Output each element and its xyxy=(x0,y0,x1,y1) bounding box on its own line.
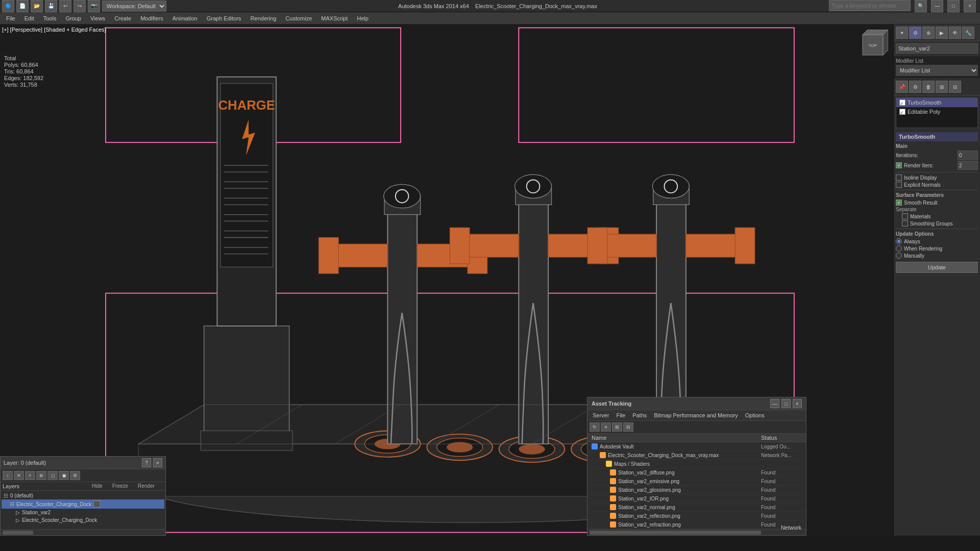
new-btn[interactable]: 📄 xyxy=(16,0,29,12)
asset-status-glossines: Found xyxy=(761,487,802,493)
asset-row-refraction[interactable]: Station_var2_refraction.png Found xyxy=(587,520,806,529)
asset-row-emissive[interactable]: Station_var2_emissive.png Found xyxy=(587,477,806,486)
search-input[interactable] xyxy=(829,0,911,11)
smooth-result-checkbox[interactable]: ✓ xyxy=(896,199,902,206)
materials-checkbox[interactable] xyxy=(902,213,908,219)
layers-close-btn[interactable]: × xyxy=(153,458,162,467)
asset-restore-btn[interactable]: □ xyxy=(781,399,791,408)
layer-move-btn[interactable]: ↕ xyxy=(3,471,13,480)
smoothing-groups-checkbox[interactable] xyxy=(902,220,908,227)
iterations-input[interactable] xyxy=(958,151,978,160)
asset-menu-paths[interactable]: Paths xyxy=(629,411,650,419)
asset-list: Autodesk Vault Logged Ou... Electric_Sco… xyxy=(587,442,806,529)
asset-minimize-btn[interactable]: — xyxy=(770,399,779,408)
turbosmooth-enable-checkbox[interactable] xyxy=(899,99,905,106)
asset-refresh-btn[interactable]: ↻ xyxy=(590,422,600,432)
explicit-normals-label: Explicit Normals xyxy=(904,182,978,188)
asset-close-btn[interactable]: × xyxy=(793,399,802,408)
layer-select-btn[interactable]: ◻ xyxy=(47,471,58,480)
layer-item-default[interactable]: ☷ 0 (default) xyxy=(2,492,164,499)
asset-row-vault[interactable]: Autodesk Vault Logged Ou... xyxy=(587,442,806,451)
snapshot-btn[interactable]: 📷 xyxy=(88,0,100,12)
render-iters-checkbox[interactable]: ✓ xyxy=(896,162,902,168)
redo-btn[interactable]: ↪ xyxy=(74,0,86,12)
open-btn[interactable]: 📂 xyxy=(31,0,43,12)
search-btn[interactable]: 🔍 xyxy=(915,0,927,12)
menu-graph-editors[interactable]: Graph Editors xyxy=(203,14,246,22)
asset-menu-options[interactable]: Options xyxy=(742,411,768,419)
asset-row-reflection[interactable]: Station_var2_reflection.png Found xyxy=(587,512,806,520)
layers-help-btn[interactable]: ? xyxy=(142,458,151,467)
modifier-turbosmooth[interactable]: TurboSmooth xyxy=(896,98,977,107)
paste-icon[interactable]: ⊟ xyxy=(949,81,961,93)
update-button[interactable]: Update xyxy=(896,262,978,273)
asset-row-maps[interactable]: Maps / Shaders xyxy=(587,460,806,468)
asset-row-diffuse[interactable]: Station_var2_diffuse.png Found xyxy=(587,468,806,477)
asset-grid-btn[interactable]: ⊞ xyxy=(612,422,622,432)
workspace-select[interactable]: Workspace: Default xyxy=(102,1,166,12)
close-btn[interactable]: × xyxy=(964,0,976,12)
save-btn[interactable]: 💾 xyxy=(45,0,57,12)
asset-row-ior[interactable]: Station_var2_IOR.png Found xyxy=(587,494,806,503)
editablepoly-enable-checkbox[interactable] xyxy=(899,109,905,115)
viewport[interactable]: [+] [Perspective] [Shaded + Edged Faces]… xyxy=(0,24,893,536)
asset-detail-btn[interactable]: ⊟ xyxy=(623,422,633,432)
asset-row-mainfile[interactable]: Electric_Scooter_Charging_Dock_max_vray.… xyxy=(587,451,806,460)
copy-icon[interactable]: ⊞ xyxy=(936,81,948,93)
menu-edit[interactable]: Edit xyxy=(20,14,38,22)
menu-rendering[interactable]: Rendering xyxy=(247,14,281,22)
layer-del-btn[interactable]: ✕ xyxy=(14,471,24,480)
cmd-motion-icon[interactable]: ▶ xyxy=(936,27,948,39)
menu-tools[interactable]: Tools xyxy=(39,14,61,22)
menu-animation[interactable]: Animation xyxy=(168,14,202,22)
app-icon[interactable]: 🔷 xyxy=(2,0,14,12)
cmd-display-icon[interactable]: 👁 xyxy=(949,27,961,39)
asset-row-normal[interactable]: Station_var2_normal.png Found xyxy=(587,503,806,512)
pin-icon[interactable]: 📌 xyxy=(896,81,908,93)
layer-item-station[interactable]: ▷ Station_var2 xyxy=(2,509,164,516)
modifier-dropdown[interactable]: Modifier List xyxy=(896,65,978,76)
always-radio[interactable] xyxy=(896,238,902,244)
menu-file[interactable]: File xyxy=(2,14,19,22)
menu-group[interactable]: Group xyxy=(61,14,85,22)
menu-create[interactable]: Create xyxy=(110,14,135,22)
asset-menu-server[interactable]: Server xyxy=(590,411,612,419)
menu-modifiers[interactable]: Modifiers xyxy=(136,14,167,22)
asset-row-glossines[interactable]: Station_var2_glossines.png Found xyxy=(587,486,806,494)
menu-help[interactable]: Help xyxy=(353,14,373,22)
nav-cube[interactable]: TOP xyxy=(857,30,888,60)
asset-scrollbar[interactable] xyxy=(587,529,806,535)
asset-menu-bitmap[interactable]: Bitmap Performance and Memory xyxy=(651,411,741,419)
asset-list-btn[interactable]: ≡ xyxy=(601,422,611,432)
modifier-editablepoly[interactable]: Editable Poly xyxy=(896,107,977,116)
render-iters-input[interactable] xyxy=(958,161,978,170)
isoline-checkbox[interactable] xyxy=(896,174,902,181)
undo-btn[interactable]: ↩ xyxy=(59,0,71,12)
cmd-hierarchy-icon[interactable]: ⊕ xyxy=(922,27,935,39)
asset-menu-file[interactable]: File xyxy=(613,411,628,419)
menu-customize[interactable]: Customize xyxy=(281,14,316,22)
when-rendering-radio[interactable] xyxy=(896,245,902,252)
edges-value: 182,592 xyxy=(23,75,43,81)
cmd-util-icon[interactable]: 🔧 xyxy=(962,27,974,39)
manually-radio[interactable] xyxy=(896,253,902,259)
layer-highlight-btn[interactable]: ◼ xyxy=(59,471,69,480)
layer-merge-btn[interactable]: ⊕ xyxy=(36,471,46,480)
maximize-btn[interactable]: □ xyxy=(947,0,960,12)
menu-views[interactable]: Views xyxy=(86,14,109,22)
layer-name-station: Station_var2 xyxy=(22,510,51,515)
object-name-input[interactable] xyxy=(896,43,978,54)
explicit-normals-checkbox[interactable] xyxy=(896,182,902,188)
menu-maxscript[interactable]: MAXScript xyxy=(317,14,352,22)
layer-item-charging-dock[interactable]: ☷ Electric_Scooter_Charging_Dock xyxy=(2,499,164,509)
trash-icon[interactable]: 🗑 xyxy=(922,81,935,93)
layer-add-btn[interactable]: + xyxy=(25,471,35,480)
asset-status-mainfile: Network Pa... xyxy=(761,453,802,458)
layer-item-dock2[interactable]: ▷ Electric_Scooter_Charging_Dock xyxy=(2,516,164,524)
cmd-modify-icon[interactable]: ⚙ xyxy=(909,27,921,39)
layer-settings-btn[interactable]: ⚙ xyxy=(70,471,80,480)
divider1 xyxy=(896,172,978,172)
cmd-create-icon[interactable]: ✦ xyxy=(896,27,908,39)
minimize-btn[interactable]: — xyxy=(931,0,943,12)
cfg-icon[interactable]: ⚙ xyxy=(909,81,921,93)
